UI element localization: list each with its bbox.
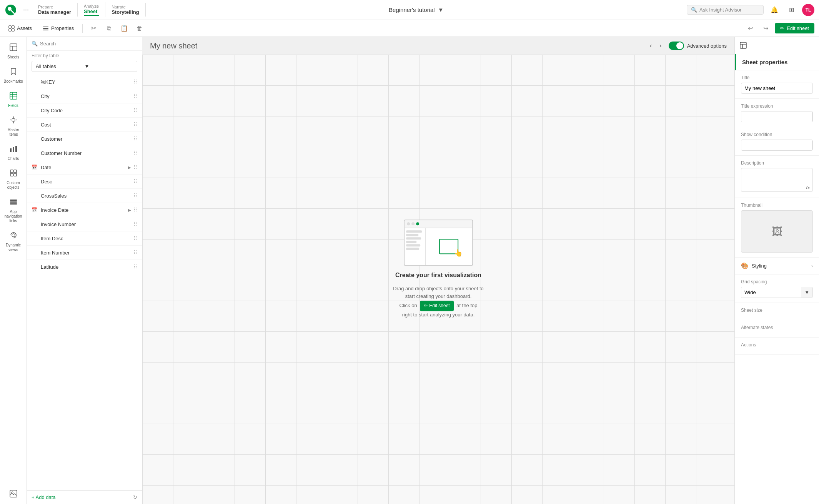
field-item-gross-sales[interactable]: GrossSales ⠿ <box>27 189 142 203</box>
field-item-date[interactable]: 📅 Date ▶ ⠿ <box>27 160 142 175</box>
field-drag-handle[interactable]: ⠿ <box>133 107 137 113</box>
description-label: Description <box>741 160 813 166</box>
properties-tab[interactable]: Properties <box>39 24 78 33</box>
sidebar-expand-icon[interactable] <box>2 486 25 501</box>
add-data-row: + Add data ↻ <box>27 490 142 504</box>
expand-arrow-icon[interactable]: ▶ <box>128 208 131 212</box>
field-drag-handle[interactable]: ⠿ <box>133 250 137 256</box>
field-item-item-desc[interactable]: Item Desc ⠿ <box>27 231 142 246</box>
sidebar-item-charts[interactable]: Charts <box>2 141 25 164</box>
nav-narrate[interactable]: Narrate Storytelling <box>105 3 146 17</box>
show-condition-input[interactable] <box>741 140 812 150</box>
field-item-city[interactable]: City ⠿ <box>27 89 142 103</box>
field-drag-handle[interactable]: ⠿ <box>133 79 137 85</box>
prev-sheet-button[interactable]: ‹ <box>648 41 654 51</box>
grid-spacing-label: Grid spacing <box>741 279 813 284</box>
right-panel-top <box>735 37 819 54</box>
edit-sheet-button[interactable]: ✏ Edit sheet <box>775 23 814 33</box>
styling-row[interactable]: 🎨 Styling › <box>735 258 819 274</box>
sidebar-item-custom-objects[interactable]: Custom objects <box>2 166 25 193</box>
svg-rect-10 <box>10 44 17 51</box>
more-options-icon[interactable]: ··· <box>20 4 32 15</box>
fields-search-input[interactable] <box>40 41 137 47</box>
thumbnail-preview[interactable]: 🖼 <box>741 210 813 253</box>
svg-rect-29 <box>10 200 17 201</box>
field-item-invoice-number[interactable]: Invoice Number ⠿ <box>27 217 142 231</box>
nav-analyze[interactable]: Analyze Sheet <box>78 2 105 17</box>
undo-icon[interactable]: ↩ <box>744 22 756 35</box>
title-expression-input[interactable] <box>741 111 812 122</box>
paste-icon[interactable]: 📋 <box>118 22 130 35</box>
placeholder-row <box>406 244 420 246</box>
grid-spacing-select[interactable]: Wide Medium Narrow <box>741 287 801 298</box>
delete-icon[interactable]: 🗑 <box>133 22 146 35</box>
show-condition-fx-button[interactable]: fx <box>812 141 813 150</box>
sidebar-item-bookmarks[interactable]: Bookmarks <box>2 64 25 87</box>
sidebar-item-app-nav[interactable]: App navigation links <box>2 195 25 226</box>
copy-icon[interactable]: ⧉ <box>103 22 115 35</box>
nav-narrate-main: Storytelling <box>112 9 139 15</box>
alternate-states-section: Alternate states <box>735 320 819 338</box>
field-item-key[interactable]: %KEY ⠿ <box>27 75 142 89</box>
expand-arrow-icon[interactable]: ▶ <box>128 165 131 170</box>
description-textarea[interactable] <box>741 168 813 192</box>
apps-grid-icon[interactable]: ⊞ <box>785 4 797 16</box>
svg-rect-33 <box>10 490 17 497</box>
inline-edit-pencil-icon: ✏ <box>424 302 428 309</box>
sidebar-item-master-items[interactable]: Master items <box>2 113 25 140</box>
advanced-options-toggle[interactable]: Advanced options <box>669 42 727 50</box>
sidebar-item-fields[interactable]: Fields <box>2 88 25 111</box>
app-title[interactable]: Beginner's tutorial ▼ <box>146 7 687 13</box>
field-drag-handle[interactable]: ⠿ <box>133 136 137 142</box>
svg-rect-22 <box>10 148 12 152</box>
next-sheet-button[interactable]: › <box>657 41 664 51</box>
title-expression-fx-button[interactable]: fx <box>812 112 813 121</box>
field-drag-handle[interactable]: ⠿ <box>133 207 137 213</box>
refresh-icon[interactable]: ↻ <box>133 494 137 500</box>
field-drag-handle[interactable]: ⠿ <box>133 121 137 128</box>
dynamic-views-icon <box>9 231 18 241</box>
insight-advisor-search[interactable]: 🔍 <box>687 5 764 15</box>
redo-icon[interactable]: ↪ <box>759 22 772 35</box>
title-input[interactable] <box>741 83 813 94</box>
nav-prepare[interactable]: Prepare Data manager <box>32 3 78 17</box>
canvas-header: My new sheet ‹ › Advanced options <box>142 37 734 55</box>
advanced-toggle-switch[interactable] <box>669 42 684 50</box>
field-item-city-code[interactable]: City Code ⠿ <box>27 103 142 118</box>
field-item-latitude[interactable]: Latitude ⠿ <box>27 260 142 274</box>
notifications-icon[interactable]: 🔔 <box>768 4 781 16</box>
insight-advisor-input[interactable] <box>699 7 753 13</box>
nav-narrate-sub: Narrate <box>112 5 139 9</box>
field-drag-handle[interactable]: ⠿ <box>133 235 137 241</box>
sidebar-item-dynamic-views[interactable]: Dynamic views <box>2 228 25 255</box>
field-item-item-number[interactable]: Item Number ⠿ <box>27 246 142 260</box>
field-drag-handle[interactable]: ⠿ <box>133 221 137 227</box>
field-item-desc[interactable]: Desc ⠿ <box>27 175 142 189</box>
field-drag-handle[interactable]: ⠿ <box>133 178 137 185</box>
field-drag-handle[interactable]: ⠿ <box>133 193 137 199</box>
field-item-cost[interactable]: Cost ⠿ <box>27 118 142 132</box>
svg-rect-9 <box>43 30 48 30</box>
add-data-button[interactable]: + Add data <box>32 494 131 500</box>
sidebar-bottom-icon[interactable] <box>2 486 25 501</box>
properties-label: Properties <box>51 25 74 31</box>
fields-list: %KEY ⠿ City ⠿ City Code ⠿ Cost ⠿ Custome… <box>27 75 142 490</box>
field-drag-handle[interactable]: ⠿ <box>133 164 137 170</box>
cut-icon[interactable]: ✂ <box>87 22 100 35</box>
qlik-logo[interactable] <box>5 4 17 16</box>
assets-tab[interactable]: Assets <box>5 24 36 33</box>
placeholder-viz: 👆 <box>439 239 459 254</box>
sidebar-item-sheets[interactable]: Sheets <box>2 40 25 63</box>
description-fx-button[interactable]: fx <box>806 185 810 190</box>
field-drag-handle[interactable]: ⠿ <box>133 264 137 270</box>
field-drag-handle[interactable]: ⠿ <box>133 150 137 156</box>
field-item-customer[interactable]: Customer ⠿ <box>27 132 142 146</box>
field-item-customer-number[interactable]: Customer Number ⠿ <box>27 146 142 160</box>
user-avatar[interactable]: TL <box>802 4 814 16</box>
grid-spacing-select-row: Wide Medium Narrow ▼ <box>741 287 813 298</box>
field-item-invoice-date[interactable]: 📅 Invoice Date ▶ ⠿ <box>27 203 142 217</box>
filter-table-dropdown[interactable]: All tables ▼ <box>32 61 137 72</box>
svg-rect-8 <box>43 28 48 29</box>
inline-edit-sheet-button[interactable]: ✏ Edit sheet <box>420 301 453 311</box>
field-drag-handle[interactable]: ⠿ <box>133 93 137 99</box>
